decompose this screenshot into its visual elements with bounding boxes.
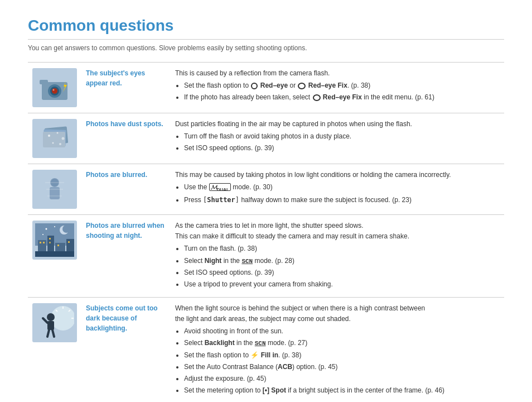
question-dust: Photos have dust spots. <box>81 113 171 164</box>
table-row: Subjects come out too dark because of ba… <box>28 297 504 402</box>
svg-rect-38 <box>49 238 51 240</box>
svg-rect-36 <box>40 242 41 243</box>
row-image-dust <box>28 113 81 164</box>
table-row: The subject's eyes appear red. This is c… <box>28 63 504 113</box>
table-row: Photos are blurred. This may be caused b… <box>28 164 504 215</box>
page-title: Common questions <box>28 17 504 40</box>
svg-point-27 <box>62 225 70 233</box>
svg-rect-2 <box>40 80 48 84</box>
svg-point-30 <box>42 234 43 235</box>
question-red-eye: The subject's eyes appear red. <box>81 63 171 113</box>
answer-red-eye: This is caused by a reflection from the … <box>171 63 504 113</box>
svg-point-16 <box>59 143 61 145</box>
svg-point-28 <box>46 228 47 230</box>
svg-point-29 <box>54 226 55 227</box>
svg-rect-35 <box>35 251 74 257</box>
svg-point-15 <box>52 142 54 144</box>
answer-dust: Dust particles floating in the air may b… <box>171 113 504 164</box>
faq-table: The subject's eyes appear red. This is c… <box>28 62 504 402</box>
answer-blurred: This may be caused by taking photos in l… <box>171 164 504 215</box>
svg-point-12 <box>48 135 50 137</box>
question-blurred: Photos are blurred. <box>81 164 171 215</box>
svg-rect-11 <box>43 132 65 147</box>
answer-backlight: When the light source is behind the subj… <box>171 297 504 402</box>
answer-night: As the camera tries to let in more light… <box>171 215 504 298</box>
row-image-blur <box>28 164 81 215</box>
row-image-night <box>28 215 81 298</box>
table-row: Photos have dust spots. Dust particles f… <box>28 113 504 164</box>
question-backlight: Subjects come out too dark because of ba… <box>81 297 171 402</box>
table-row: Photos are blurred when shooting at nigh… <box>28 215 504 298</box>
svg-rect-39 <box>49 242 51 243</box>
svg-point-6 <box>53 89 55 91</box>
question-night: Photos are blurred when shooting at nigh… <box>81 215 171 298</box>
svg-rect-37 <box>43 242 45 243</box>
page-subtitle: You can get answers to common questions.… <box>28 44 504 52</box>
svg-point-14 <box>62 137 65 140</box>
row-image-backlight <box>28 297 81 402</box>
svg-rect-40 <box>57 245 59 246</box>
svg-point-44 <box>47 313 55 321</box>
svg-rect-20 <box>50 187 60 199</box>
svg-point-5 <box>52 88 57 94</box>
row-image-red-eye <box>28 63 81 113</box>
svg-rect-41 <box>68 241 70 243</box>
svg-point-13 <box>57 132 59 134</box>
